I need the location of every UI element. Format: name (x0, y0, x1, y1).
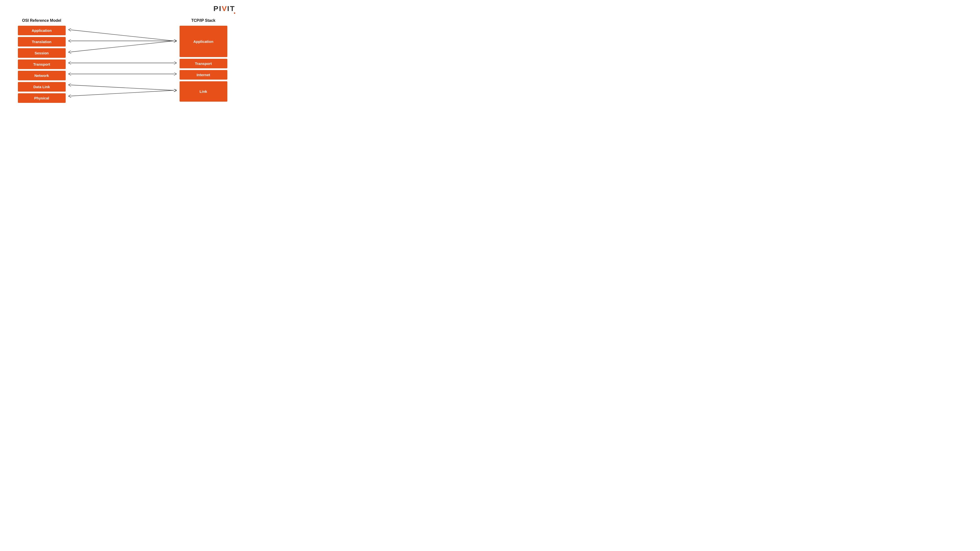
arrow-app-to-tcpapp (71, 30, 174, 41)
osi-layer-transport: Transport (18, 59, 66, 69)
osi-title: OSI Reference Model (22, 18, 61, 23)
arrows-area (67, 25, 178, 138)
logo: PIVIT (213, 5, 235, 13)
osi-layer-datalink: Data Link (18, 82, 66, 92)
diagram-area: OSI Reference Model Application Translat… (0, 18, 245, 138)
osi-layer-translation: Translation (18, 37, 66, 46)
osi-layer-network: Network (18, 71, 66, 80)
osi-boxes: Application Translation Session Transpor… (18, 26, 66, 103)
tcpip-layer-internet: Internet (180, 70, 228, 79)
osi-layer-session: Session (18, 48, 66, 58)
tcpip-layer-application: Application (180, 26, 228, 57)
tcpip-column: TCP/IP Stack Application Transport Inter… (178, 18, 229, 102)
page-container: PIVIT OSI Reference Model Application Tr… (0, 0, 245, 138)
logo-piv: PI (213, 5, 222, 13)
tcpip-boxes: Application Transport Internet Link (180, 26, 228, 102)
arrow-session-to-tcpapp (71, 41, 174, 52)
logo-dot-i: V (222, 5, 227, 13)
arrows-svg (67, 25, 178, 138)
tcpip-layer-transport: Transport (180, 59, 228, 68)
arrow-datalink-to-link (71, 85, 174, 91)
logo-it: IT (227, 5, 235, 13)
osi-column: OSI Reference Model Application Translat… (16, 18, 67, 103)
tcpip-title: TCP/IP Stack (191, 18, 215, 23)
logo-accent-dot (234, 13, 235, 14)
tcpip-layer-link: Link (180, 81, 228, 102)
osi-layer-physical: Physical (18, 93, 66, 103)
osi-layer-application: Application (18, 26, 66, 35)
arrow-physical-to-link (71, 91, 174, 96)
